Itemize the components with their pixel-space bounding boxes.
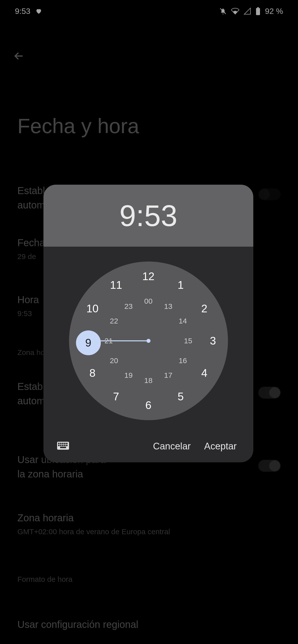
svg-rect-7 — [64, 443, 66, 444]
svg-rect-8 — [66, 443, 68, 444]
hour-20[interactable]: 20 — [104, 351, 124, 370]
dialog-header: 9:53 — [44, 185, 253, 247]
svg-rect-13 — [66, 445, 68, 446]
svg-rect-4 — [58, 443, 60, 444]
hour-23[interactable]: 23 — [119, 296, 138, 316]
hour-12[interactable]: 12 — [138, 266, 159, 286]
hour-1[interactable]: 1 — [171, 275, 191, 295]
hour-21[interactable]: 21 — [99, 331, 119, 351]
svg-rect-12 — [64, 445, 66, 446]
hour-15[interactable]: 15 — [178, 331, 198, 351]
hour-00[interactable]: 00 — [138, 291, 159, 311]
svg-rect-5 — [60, 443, 62, 444]
keyboard-icon[interactable] — [57, 441, 69, 451]
hour-14[interactable]: 14 — [173, 311, 193, 331]
ok-button[interactable]: Aceptar — [201, 436, 240, 456]
hour-18[interactable]: 18 — [138, 370, 159, 390]
hour-8[interactable]: 8 — [82, 363, 102, 383]
hour-7[interactable]: 7 — [106, 387, 126, 406]
svg-rect-6 — [62, 443, 64, 444]
hour-10[interactable]: 10 — [82, 299, 102, 318]
svg-rect-10 — [60, 445, 62, 446]
hour-2[interactable]: 2 — [194, 299, 214, 318]
hour-17[interactable]: 17 — [159, 366, 178, 385]
selected-hour[interactable]: 9 — [76, 330, 101, 355]
clock-face[interactable]: 9 12123456781011001314151617181920212223 — [69, 262, 228, 420]
hour-11[interactable]: 11 — [106, 275, 126, 295]
hour-6[interactable]: 6 — [138, 395, 159, 415]
svg-rect-9 — [58, 445, 60, 446]
dialog-actions: Cancelar Aceptar — [44, 430, 253, 462]
time-picker-dialog: 9:53 9 121234567810110013141516171819202… — [44, 185, 253, 462]
dialog-time-display[interactable]: 9:53 — [119, 198, 178, 233]
hour-4[interactable]: 4 — [194, 363, 214, 383]
hour-3[interactable]: 3 — [203, 331, 223, 351]
svg-rect-11 — [62, 445, 64, 446]
svg-rect-14 — [60, 447, 66, 448]
hour-5[interactable]: 5 — [171, 387, 191, 406]
cancel-button[interactable]: Cancelar — [150, 436, 194, 456]
clock-center-dot — [146, 339, 151, 343]
